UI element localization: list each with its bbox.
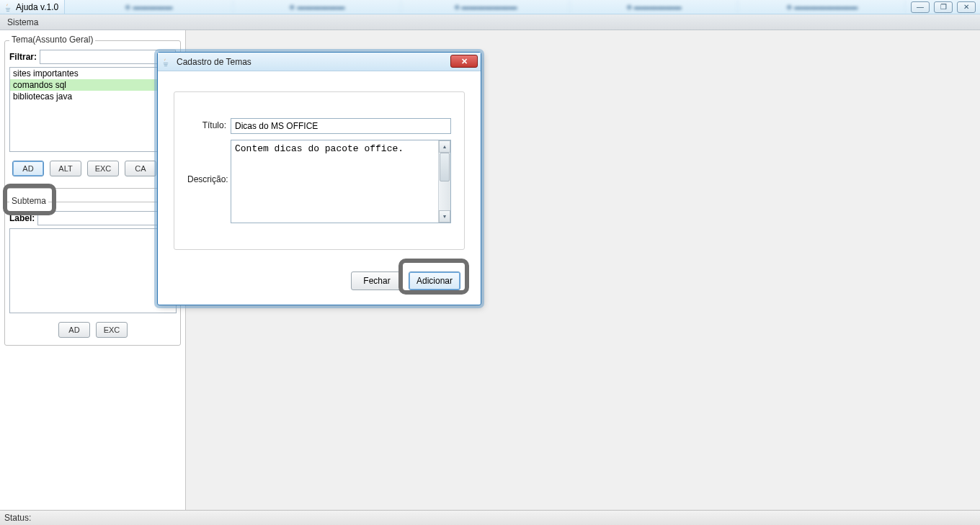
scroll-down-button[interactable]: ▾ [439,210,450,223]
java-icon [161,57,171,67]
subtema-legend: Subtema [9,196,48,206]
alt-button[interactable]: ALT [50,161,81,176]
app-title: Ajuda v.1.0 [16,2,58,12]
descricao-wrap: ▴ ▾ [231,140,451,223]
list-item[interactable]: sites importantes [10,68,175,79]
dialog-title: Cadastro de Temas [177,57,251,67]
subtema-fieldset: Subtema Label: AD EXC [4,202,181,346]
taskbar-app-tab[interactable]: Ajuda v.1.0 [0,0,65,14]
tema-button-row: AD ALT EXC CA [9,161,176,176]
exc-button[interactable]: EXC [87,161,119,176]
ca-button[interactable]: CA [125,161,156,176]
dialog-inner-panel: Título: Descrição: ▴ ▾ [174,91,465,250]
os-taskbar: Ajuda v.1.0 ◈ ▬▬▬▬▬ ◈ ▬▬▬▬▬▬ ◈ ▬▬▬▬▬▬▬ ◈… [0,0,980,14]
subtema-button-row: AD EXC [9,322,177,338]
minimize-button[interactable]: — [911,1,930,13]
taskbar-tab-blur[interactable]: ◈ ▬▬▬▬▬▬▬▬ [738,0,906,14]
dialog-footer: Fechar Adicionar [174,272,465,290]
tema-legend: Tema(Assunto Geral) [9,35,95,45]
main-area: Tema(Assunto Geral) Filtrar: sites impor… [0,30,980,510]
textarea-scrollbar[interactable]: ▴ ▾ [438,140,450,223]
taskbar-tab-blur[interactable]: ◈ ▬▬▬▬▬▬ [570,0,739,14]
menu-sistema[interactable]: Sistema [3,16,43,29]
scroll-thumb[interactable] [440,153,450,181]
fechar-button[interactable]: Fechar [351,272,403,290]
subtema-ad-button[interactable]: AD [58,322,90,338]
subtema-exc-button[interactable]: EXC [96,322,128,338]
descricao-textarea[interactable] [231,140,438,223]
scroll-up-button[interactable]: ▴ [439,140,450,153]
status-label: Status: [4,513,31,523]
cadastro-dialog: Cadastro de Temas ✕ Título: Descrição: ▴ [157,52,481,305]
titulo-input[interactable] [231,118,451,134]
tema-fieldset: Tema(Assunto Geral) Filtrar: sites impor… [4,40,181,189]
label-input[interactable] [37,211,176,225]
dialog-body: Título: Descrição: ▴ ▾ Fechar [158,71,481,305]
taskbar-tab-blur[interactable]: ◈ ▬▬▬▬▬▬▬ [401,0,570,14]
ad-button[interactable]: AD [12,161,44,176]
dialog-close-button[interactable]: ✕ [450,55,478,68]
filtrar-label: Filtrar: [9,52,37,62]
list-item[interactable]: comandos sql [10,79,175,91]
menu-bar: Sistema [0,14,980,30]
scroll-track[interactable] [439,153,450,210]
dialog-titlebar[interactable]: Cadastro de Temas ✕ [158,53,481,71]
close-icon: ✕ [461,57,468,66]
taskbar-tab-blur[interactable]: ◈ ▬▬▬▬▬▬ [233,0,402,14]
tema-listbox[interactable]: sites importantes comandos sql bibliotec… [9,67,176,152]
taskbar-tab-blur[interactable]: ◈ ▬▬▬▬▬ [65,0,233,14]
status-bar: Status: [0,510,980,525]
close-window-button[interactable]: ✕ [957,1,976,13]
taskbar-other-tabs: ◈ ▬▬▬▬▬ ◈ ▬▬▬▬▬▬ ◈ ▬▬▬▬▬▬▬ ◈ ▬▬▬▬▬▬ ◈ ▬▬… [65,0,906,14]
java-icon [3,2,13,12]
window-controls: — ❐ ✕ [906,1,980,13]
label-label: Label: [9,213,35,223]
filtrar-input[interactable] [40,50,176,64]
maximize-button[interactable]: ❐ [934,1,953,13]
adicionar-button[interactable]: Adicionar [409,272,460,290]
descricao-label: Descrição: [187,140,231,184]
titulo-label: Título: [187,118,231,130]
subtema-listbox[interactable] [9,228,177,313]
list-item[interactable]: bibliotecas java [10,91,175,102]
